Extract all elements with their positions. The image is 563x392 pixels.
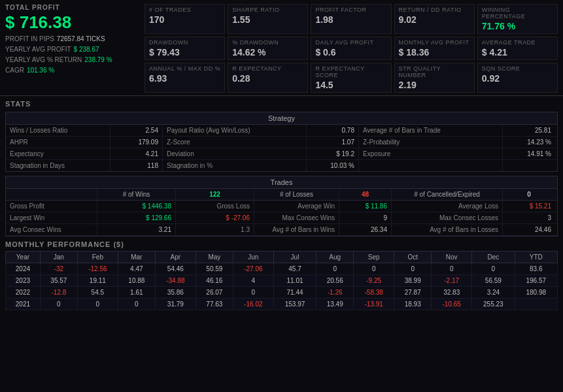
monthly-cell: -2.17 [432,275,472,287]
monthly-cell: 20.56 [316,275,354,287]
monthly-cell: 71.44 [273,287,316,299]
month-col-jul: Jul [273,252,316,263]
stat-monthly-avg: MONTHLY AVG PROFIT $ 18.36 [394,37,475,60]
monthly-cell: -13.91 [354,299,394,310]
total-profit-value: $ 716.38 [5,12,139,33]
monthly-cell: 0 [472,263,515,275]
strategy-header: Strategy [6,112,557,125]
month-col-sep: Sep [354,252,394,263]
monthly-cell: 0 [354,263,394,275]
strat-val-3-3: 14.91 % [503,148,555,159]
month-col-aug: Aug [316,252,354,263]
monthly-cell: 27.87 [394,287,432,299]
monthly-cell: -12.8 [40,287,77,299]
strat-val-2-3: 14.23 % [503,137,555,148]
top-stats-grid: # OF TRADES 170 SHARPE RATIO 1.55 PROFIT… [145,4,558,93]
monthly-cell: 1.61 [118,287,155,299]
strat-label-1-1: Wins / Losses Ratio [6,125,111,136]
monthly-cell: 31.79 [155,299,196,310]
monthly-cell: -27.06 [233,263,273,275]
monthly-cell: 11.01 [273,275,316,287]
monthly-cell: 10.88 [118,275,155,287]
monthly-cell: -16.02 [233,299,273,310]
month-col-year: Year [6,252,41,263]
stat-of-trades: # OF TRADES 170 [145,4,225,34]
month-col-oct: Oct [394,252,432,263]
strat-label-3-2: Deviation [163,148,307,159]
monthly-cell: -9.25 [354,275,394,287]
monthly-cell: 45.7 [273,263,316,275]
strategy-row-2: AHPR 179.09 Z-Score 1.07 Z-Probability 1… [6,137,557,148]
cagr-value: 101.36 % [27,67,54,74]
monthly-cell: 77.63 [196,299,233,310]
monthly-cell: 3.24 [472,287,515,299]
stat-r-exp-score: R EXPECTANCY SCORE 14.5 [311,63,391,93]
strat-val-4-3 [503,160,555,171]
total-profit-block: TOTAL PROFIT $ 716.38 PROFIT IN PIPS7265… [5,4,139,76]
monthly-cell: 83.6 [515,263,557,275]
monthly-cell: 46.16 [196,275,233,287]
monthly-cell: 13.49 [316,299,354,310]
monthly-cell: 180.98 [515,287,557,299]
strat-label-4-1: Stagnation in Days [6,160,111,171]
strategy-row-1: Wins / Losses Ratio 2.54 Payout Ratio (A… [6,125,557,137]
monthly-cell: 35.86 [155,287,196,299]
monthly-cell: -32 [40,263,77,275]
stat-avg-trade: AVERAGE TRADE $ 4.21 [477,37,558,60]
pip-label: PROFIT IN PIPS [5,35,54,42]
strat-val-2-1: 179.09 [111,137,163,148]
month-col-feb: Feb [77,252,118,263]
month-col-nov: Nov [432,252,472,263]
strat-label-4-3 [359,160,503,171]
strat-val-1-2: 0.78 [307,125,359,136]
total-profit-label: TOTAL PROFIT [5,4,139,11]
yearly-return-value: 238.79 % [84,56,112,63]
monthly-cell: 4 [233,275,273,287]
pip-value: 72657.84 TICKS [57,35,105,42]
strat-val-3-1: 4.21 [111,148,163,159]
monthly-year: 2021 [6,299,41,310]
month-col-may: May [196,252,233,263]
monthly-cell: -12.56 [77,263,118,275]
strat-label-1-2: Payout Ratio (Avg Win/Loss) [163,125,307,136]
monthly-cell: -34.88 [155,275,196,287]
strat-val-4-1: 118 [111,160,163,171]
month-col-dec: Dec [472,252,515,263]
strat-label-4-2: Stagnation in % [163,160,307,171]
stat-pct-drawdown: % DRAWDOWN 14.62 % [228,37,308,60]
monthly-cell: 26.07 [196,287,233,299]
monthly-cell: 18.93 [394,299,432,310]
trades-header: Trades [6,176,557,189]
yearly-avg-value: $ 238.67 [74,46,99,53]
month-col-ytd: YTD [515,252,557,263]
strat-val-2-2: 1.07 [307,137,359,148]
monthly-cell [515,299,557,310]
stat-sharpe: SHARPE RATIO 1.55 [228,4,308,34]
strat-val-3-2: $ 19.2 [307,148,359,159]
stat-daily-avg: DAILY AVG PROFIT $ 0.6 [311,37,391,60]
monthly-cell: 0 [233,287,273,299]
cagr-label: CAGR [5,67,24,74]
monthly-cell: -58.38 [354,287,394,299]
stat-r-expectancy: R EXPECTANCY 0.28 [228,63,308,93]
monthly-cell: 0 [40,299,77,310]
monthly-cell: 19.11 [77,275,118,287]
strategy-row-3: Expectancy 4.21 Deviation $ 19.2 Exposur… [6,148,557,160]
monthly-cell: 0 [77,299,118,310]
stat-drawdown: DRAWDOWN $ 79.43 [145,37,225,60]
strat-label-2-1: AHPR [6,137,111,148]
month-col-apr: Apr [155,252,196,263]
strat-label-3-3: Exposure [359,148,503,159]
trades-table: Trades # of Wins 122 # of Losses 48 # of… [5,176,558,237]
strat-val-1-1: 2.54 [111,125,163,136]
monthly-cell: 0 [118,299,155,310]
yearly-return-label: YEARLY AVG % RETURN [5,56,82,63]
monthly-year: 2023 [6,275,41,287]
monthly-cell: -1.26 [316,287,354,299]
monthly-cell: 32.83 [432,287,472,299]
monthly-section: MONTHLY PERFORMANCE ($) Year Jan Feb Mar… [5,240,558,310]
stats-section-label: STATS [0,96,563,109]
monthly-cell: 0 [432,263,472,275]
monthly-cell: 196.57 [515,275,557,287]
stat-return-dd: RETURN / DD RATIO 9.02 [394,4,475,34]
